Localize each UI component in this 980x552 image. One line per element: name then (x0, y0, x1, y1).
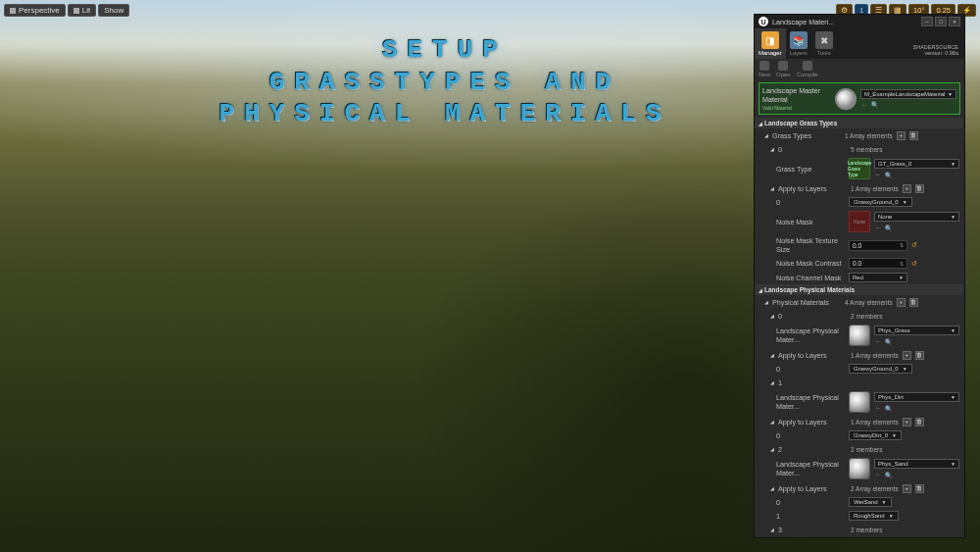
phys-entry-index: ◢32 members (755, 523, 963, 536)
lit-dropdown[interactable]: Lit (68, 4, 96, 17)
add-element-button[interactable]: + (903, 484, 911, 493)
phys-mat-thumbnail[interactable] (849, 458, 870, 479)
phys-apply-layer-item: 0GrassyGround_0 (755, 362, 963, 376)
phys-apply-layer-item: 1RoughSand (755, 509, 963, 523)
phys-mat-thumbnail[interactable] (849, 391, 870, 413)
noise-mask-dropdown[interactable]: None (874, 212, 959, 222)
layer-chip[interactable]: RoughSand (849, 511, 899, 521)
grass-types-array-row: ◢ Grass Types 1 Array elements + 🗑 (755, 128, 963, 142)
close-button[interactable]: × (949, 17, 960, 26)
properties-scroll[interactable]: Landscape Grass Types ◢ Grass Types 1 Ar… (755, 118, 964, 537)
expand-icon[interactable]: ◢ (770, 485, 774, 491)
phys-mat-row: Landscape Physical Mater...Phys_Dirt←🔍 (755, 389, 963, 415)
tools-icon: ✖ (815, 31, 833, 49)
reset-icon[interactable]: ↺ (911, 260, 917, 268)
viewport[interactable]: Perspective Lit Show ⚙ 1 ☰ ▦ 10° 0.25 ⚡ … (0, 0, 980, 552)
browse-icon[interactable]: 🔍 (884, 171, 892, 178)
add-element-button[interactable]: + (903, 351, 911, 360)
grass-type-thumbnail[interactable]: Landscape Grass Type (849, 158, 870, 179)
phys-entry-index: ◢22 members (755, 442, 963, 456)
noise-contrast-input[interactable]: 0.0 (849, 258, 907, 269)
minimize-button[interactable]: – (921, 17, 933, 26)
grass-type-index-row: ◢ 0 5 members (755, 142, 963, 156)
expand-icon[interactable]: ◢ (770, 146, 774, 152)
noise-mask-thumbnail[interactable]: None (849, 211, 870, 232)
expand-icon[interactable]: ◢ (764, 299, 768, 305)
panel-tabs: ◨ Manager 📚 Layers ✖ Tools SHADERSOURCE … (755, 28, 964, 59)
layers-icon: 📚 (790, 31, 808, 49)
use-icon[interactable]: ← (874, 171, 882, 178)
browse-icon[interactable]: ← (860, 101, 868, 109)
layer-chip[interactable]: GrassyDirt_0 (849, 430, 902, 440)
add-element-button[interactable]: + (903, 418, 911, 427)
use-icon[interactable]: ← (874, 404, 882, 412)
show-dropdown[interactable]: Show (98, 4, 129, 17)
noise-tex-size-row: Noise Mask Texture Size 0.0 ↺ (755, 234, 963, 256)
clear-array-button[interactable]: 🗑 (915, 184, 924, 193)
browse-icon[interactable]: 🔍 (884, 404, 892, 412)
clear-array-button[interactable]: 🗑 (915, 484, 924, 493)
phys-mat-dropdown[interactable]: Phys_Dirt (874, 392, 959, 402)
find-icon[interactable]: 🔍 (870, 101, 878, 109)
master-material-label: Landscape Master Material (762, 86, 831, 104)
master-material-slot[interactable]: Landscape Master Material Valid Material… (759, 82, 960, 115)
clear-array-button[interactable]: 🗑 (909, 131, 918, 140)
expand-icon[interactable]: ◢ (770, 379, 774, 385)
title-line1: SETUP (219, 34, 670, 67)
tab-tools[interactable]: ✖ Tools (811, 28, 837, 59)
expand-icon[interactable]: ◢ (764, 132, 768, 138)
expand-icon[interactable]: ◢ (770, 185, 774, 191)
master-material-dropdown[interactable]: M_ExampleLandscapeMaterial (860, 89, 956, 99)
expand-icon[interactable]: ◢ (770, 352, 774, 358)
sub-toolbar: New Open Compile (755, 59, 964, 79)
grass-type-dropdown[interactable]: GT_Grass_0 (874, 159, 959, 169)
viewport-toolbar: Perspective Lit Show (4, 4, 129, 17)
phys-mat-dropdown[interactable]: Phys_Sand (874, 459, 959, 469)
phys-mat-row: Landscape Physical Mater...Phys_Sand←🔍 (755, 456, 963, 481)
section-physical-materials[interactable]: Landscape Physical Materials (755, 284, 963, 295)
reset-icon[interactable]: ↺ (911, 241, 917, 249)
section-grass-types[interactable]: Landscape Grass Types (755, 118, 963, 128)
open-button[interactable]: Open (776, 61, 791, 77)
expand-icon[interactable]: ◢ (770, 419, 774, 425)
maximize-button[interactable]: □ (935, 17, 947, 26)
use-icon[interactable]: ← (874, 337, 882, 345)
layer-chip[interactable]: GrassyGround_0 (849, 197, 912, 207)
expand-icon[interactable]: ◢ (770, 527, 774, 532)
title-line3: PHYSICAL MATERIALS (219, 98, 670, 130)
layer-chip[interactable]: GrassyGround_0 (849, 364, 912, 374)
noise-tex-size-input[interactable]: 0.0 (849, 240, 907, 251)
layer-chip[interactable]: WetSand (849, 497, 892, 507)
browse-icon[interactable]: 🔍 (884, 224, 892, 231)
compile-button[interactable]: Compile (797, 61, 818, 77)
use-icon[interactable]: ← (874, 224, 882, 231)
master-material-thumbnail[interactable] (835, 88, 857, 110)
landscape-material-panel: Landscape Materi... – □ × ◨ Manager 📚 La… (754, 14, 965, 538)
browse-icon[interactable]: 🔍 (884, 337, 892, 345)
perspective-dropdown[interactable]: Perspective (4, 4, 66, 17)
noise-channel-dropdown[interactable]: Red (849, 273, 907, 282)
add-element-button[interactable]: + (897, 131, 906, 140)
phys-apply-layers-row: ◢Apply to Layers1 Array elements+🗑 (755, 348, 963, 362)
clear-array-button[interactable]: 🗑 (909, 298, 918, 307)
phys-mat-row: Landscape Physical Mater...Phys_Rock←🔍 (755, 536, 963, 537)
version-info: SHADERSOURCE version: 0.98a (913, 44, 958, 56)
new-button[interactable]: New (759, 61, 770, 77)
phys-apply-layers-row: ◢Apply to Layers2 Array elements+🗑 (755, 481, 963, 495)
grass-type-row: Grass Type Landscape Grass Type GT_Grass… (755, 156, 963, 181)
use-icon[interactable]: ← (874, 471, 882, 478)
clear-array-button[interactable]: 🗑 (915, 351, 924, 360)
add-element-button[interactable]: + (897, 298, 906, 307)
tab-layers[interactable]: 📚 Layers (786, 28, 811, 59)
phys-mat-dropdown[interactable]: Phys_Grass (874, 326, 959, 335)
expand-icon[interactable]: ◢ (770, 313, 774, 319)
tab-manager[interactable]: ◨ Manager (755, 28, 786, 59)
add-element-button[interactable]: + (903, 184, 911, 193)
panel-title: Landscape Materi... (772, 18, 834, 26)
panel-titlebar[interactable]: Landscape Materi... – □ × (755, 15, 964, 28)
browse-icon[interactable]: 🔍 (884, 471, 892, 478)
phys-entry-index: ◢02 members (755, 309, 963, 323)
clear-array-button[interactable]: 🗑 (915, 418, 924, 427)
expand-icon[interactable]: ◢ (770, 446, 774, 452)
phys-mat-thumbnail[interactable] (849, 325, 870, 346)
